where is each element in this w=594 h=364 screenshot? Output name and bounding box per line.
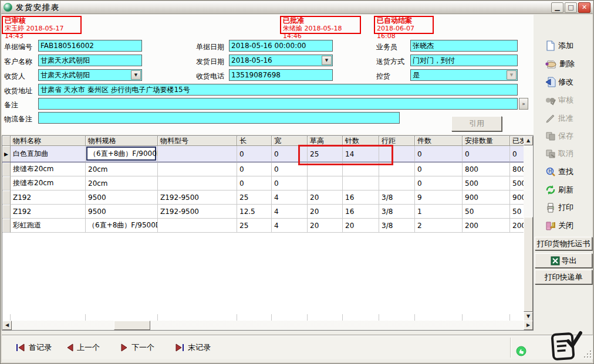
table-header-cell[interactable]: 物料规格: [86, 136, 158, 146]
resize-grip[interactable]: [584, 351, 591, 358]
table-cell[interactable]: 25: [237, 219, 272, 233]
table-header-cell[interactable]: 安排数量: [463, 136, 510, 146]
close-window-button[interactable]: 关闭: [545, 219, 593, 232]
table-cell[interactable]: 20cm: [86, 176, 158, 190]
table-cell[interactable]: 3/8: [379, 205, 415, 219]
horizontal-scrollbar[interactable]: ◀ ▶: [2, 321, 533, 330]
delete-button[interactable]: 删除: [545, 57, 593, 70]
table-cell[interactable]: 500: [510, 176, 524, 190]
table-cell[interactable]: 0: [415, 162, 463, 176]
table-cell[interactable]: 200: [510, 219, 524, 233]
modify-button[interactable]: 修改: [545, 76, 593, 89]
control-goods-combo[interactable]: 是 ▼: [410, 69, 518, 81]
table-cell[interactable]: 接缝布20cm: [11, 176, 86, 190]
table-cell[interactable]: [158, 176, 237, 190]
table-cell[interactable]: Z192: [11, 190, 86, 205]
row-selector-cell[interactable]: [2, 205, 11, 219]
table-cell[interactable]: 9500: [86, 190, 158, 205]
cancel-button[interactable]: 取消: [545, 147, 593, 160]
table-cell[interactable]: 50: [463, 205, 510, 219]
print-express-button[interactable]: 打印快递单: [535, 270, 592, 284]
table-header-cell[interactable]: 已发数量: [510, 136, 524, 146]
table-cell[interactable]: 0: [237, 146, 272, 162]
table-cell[interactable]: Z192-9500: [158, 190, 237, 205]
table-cell[interactable]: Z192-9500: [158, 205, 237, 219]
consignee-combo[interactable]: 甘肃天水武朝阳 ▼: [38, 69, 142, 81]
quote-button[interactable]: 引用: [451, 116, 502, 131]
table-cell[interactable]: 20: [308, 219, 343, 233]
ship-date-combo[interactable]: 2018-05-16 ▼: [229, 55, 333, 66]
table-header-cell[interactable]: 件数: [415, 136, 463, 146]
table-cell[interactable]: 0: [415, 176, 463, 190]
doc-date-field[interactable]: 2018-05-16 00:00:00: [229, 40, 333, 52]
table-cell[interactable]: 20: [308, 190, 343, 205]
horizontal-scroll-thumb[interactable]: [114, 321, 150, 330]
table-cell[interactable]: 0: [237, 162, 272, 176]
first-record-button[interactable]: 首记录: [16, 341, 52, 354]
table-cell[interactable]: 0: [510, 146, 524, 162]
table-cell[interactable]: 0: [415, 146, 463, 162]
table-cell[interactable]: 1: [415, 205, 463, 219]
table-cell[interactable]: [158, 219, 237, 233]
row-selector-cell[interactable]: [2, 162, 11, 176]
salesman-field[interactable]: 张晓杰: [410, 40, 518, 52]
table-cell[interactable]: 0: [463, 146, 510, 162]
table-cell[interactable]: 9: [415, 190, 463, 205]
table-cell[interactable]: 900: [510, 190, 524, 205]
table-cell[interactable]: 200: [463, 219, 510, 233]
prev-record-button[interactable]: 上一个: [66, 341, 100, 354]
customer-field[interactable]: 甘肃天水武朝阳: [38, 55, 142, 66]
table-cell[interactable]: 20cm: [86, 162, 158, 176]
export-button[interactable]: 导出: [535, 253, 592, 268]
table-cell[interactable]: 20: [343, 219, 379, 233]
vertical-scroll-thumb[interactable]: [524, 217, 533, 312]
vertical-scrollbar[interactable]: ▲ ▼: [524, 136, 533, 321]
next-record-button[interactable]: 下一个: [121, 341, 154, 354]
table-header-cell[interactable]: 物料名称: [11, 136, 86, 146]
phone-field[interactable]: 13519087698: [229, 69, 333, 81]
table-cell[interactable]: 800: [463, 162, 510, 176]
table-cell[interactable]: 900: [463, 190, 510, 205]
doc-no-field[interactable]: FAB180516002: [38, 40, 142, 52]
print-waybill-button[interactable]: 打印货物托运书: [535, 237, 592, 250]
table-cell[interactable]: 25: [237, 190, 272, 205]
close-button[interactable]: ✕: [578, 2, 590, 13]
table-cell[interactable]: 500: [463, 176, 510, 190]
maximize-button[interactable]: □: [565, 2, 577, 13]
table-cell[interactable]: 16: [343, 205, 379, 219]
logistics-remark-field[interactable]: [38, 112, 400, 124]
table-cell[interactable]: 16: [343, 190, 379, 205]
table-cell[interactable]: [379, 176, 415, 190]
find-button[interactable]: H 查找: [545, 165, 593, 178]
table-cell[interactable]: 4: [272, 219, 308, 233]
table-cell[interactable]: 4: [272, 190, 308, 205]
address-field[interactable]: 甘肃省 天水市 秦州区 步行街电子广场要楼15号: [38, 84, 518, 96]
table-cell[interactable]: 800: [510, 162, 524, 176]
table-cell[interactable]: 20: [308, 205, 343, 219]
expand-remark-button[interactable]: »: [519, 98, 528, 110]
add-button[interactable]: 添加: [545, 39, 593, 52]
table-cell[interactable]: [308, 176, 343, 190]
table-cell[interactable]: 白色直加曲: [11, 146, 86, 162]
table-cell[interactable]: （6直+8曲）F/9500D: [86, 219, 158, 233]
table-cell[interactable]: （6直+8曲）F/9000D: [86, 146, 158, 162]
audit-button[interactable]: 审核: [545, 94, 593, 107]
chevron-down-icon[interactable]: ▼: [131, 70, 141, 80]
title-bar[interactable]: 发货安排表 ▁ □ ✕: [1, 1, 593, 14]
table-cell[interactable]: 彩虹跑道: [11, 219, 86, 233]
last-record-button[interactable]: 末记录: [175, 341, 211, 354]
scroll-up-icon[interactable]: ▲: [524, 136, 533, 145]
scroll-left-icon[interactable]: ◀: [2, 321, 12, 330]
table-cell[interactable]: 3/8: [379, 190, 415, 205]
minimize-button[interactable]: ▁: [551, 2, 563, 13]
table-header-cell[interactable]: 长: [237, 136, 272, 146]
row-selector-cell[interactable]: ▶: [2, 146, 11, 162]
remark-field[interactable]: [38, 98, 518, 110]
table-cell[interactable]: 50: [510, 205, 524, 219]
save-button[interactable]: 保存: [545, 130, 593, 142]
table-cell[interactable]: Z192: [11, 205, 86, 219]
table-cell[interactable]: 9500: [86, 205, 158, 219]
table-header-cell[interactable]: 物料型号: [158, 136, 237, 146]
print-button[interactable]: 打印: [545, 201, 593, 214]
table-cell[interactable]: 接缝布20cm: [11, 162, 86, 176]
